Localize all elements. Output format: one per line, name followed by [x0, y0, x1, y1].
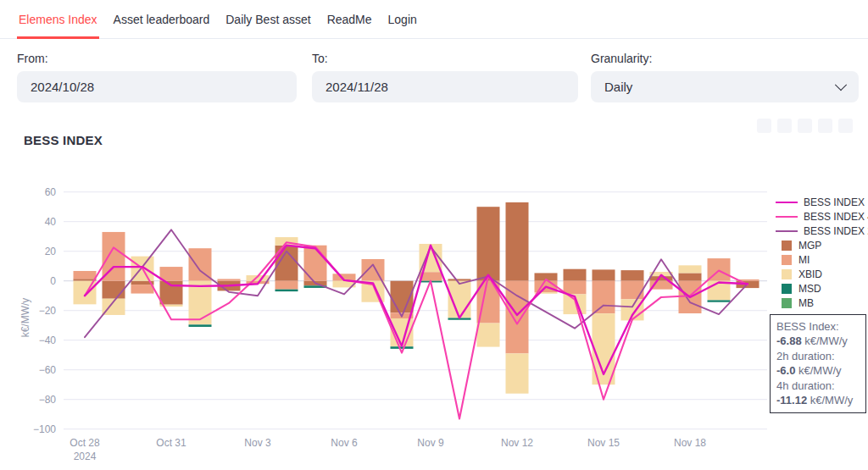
bar-segment-mi-oct-31[interactable] [160, 267, 183, 281]
bar-segment-xbid-nov-12[interactable] [506, 353, 529, 393]
legend-item-bess-index[interactable]: BESS INDEX [776, 195, 868, 209]
summary-label: BESS Index: [776, 319, 860, 334]
bar-segment-mgp-nov-16[interactable] [621, 270, 644, 281]
legend-square-swatch [782, 269, 792, 279]
legend-label: BESS INDEX 2h [804, 225, 868, 237]
x-tick-label: Oct 31 [156, 437, 186, 449]
legend-line-swatch [776, 216, 798, 218]
legend-item-msd[interactable]: MSD [776, 281, 868, 296]
x-tick-label: Oct 28 [70, 437, 100, 449]
summary-label: 2h duration: [776, 349, 860, 363]
bar-segment-mgp-nov-15[interactable] [593, 269, 615, 280]
bar-segment-mi-nov-16[interactable] [621, 281, 644, 300]
granularity-select[interactable]: Daily [591, 71, 859, 102]
tab-readme[interactable]: ReadMe [326, 13, 374, 39]
line-bess-index[interactable] [85, 246, 748, 374]
bar-segment-mgp-nov-10[interactable] [448, 279, 471, 280]
line-bess-index-4h[interactable] [85, 242, 748, 418]
y-tick-label: −100 [33, 423, 56, 435]
legend-item-xbid[interactable]: XBID [776, 267, 868, 281]
bar-segment-mgp-nov-11[interactable] [477, 207, 500, 281]
legend-line-swatch [776, 202, 798, 203]
bar-segment-mgp-oct-29[interactable] [103, 281, 125, 299]
modebar-button-5-icon[interactable] [838, 119, 853, 133]
x-tick-sublabel: 2024 [74, 451, 97, 462]
x-tick-label: Nov 12 [501, 437, 533, 449]
bess-summary-box: BESS Index: -6.88 k€/MW/y 2h duration: -… [770, 314, 866, 413]
modebar-button-1-icon[interactable] [757, 119, 771, 133]
modebar-button-2-icon[interactable] [777, 119, 792, 133]
bar-segment-msd-nov-4[interactable] [275, 290, 298, 291]
chart-legend: BESS INDEXBESS INDEX 4hBESS INDEX 2hMGPM… [776, 195, 868, 310]
legend-item-bess-index-4h[interactable]: BESS INDEX 4h [776, 209, 868, 224]
bar-segment-mgp-oct-28[interactable] [74, 279, 97, 280]
granularity-label: Granularity: [591, 52, 652, 65]
bar-segment-msd-nov-19[interactable] [708, 300, 731, 301]
legend-square-swatch [782, 241, 792, 251]
summary-value: -11.12 k€/MW/y [776, 393, 860, 407]
bar-segment-xbid-nov-1[interactable] [189, 281, 212, 325]
modebar-button-4-icon[interactable] [818, 119, 832, 133]
y-tick-label: 20 [45, 246, 57, 257]
bar-segment-mi-nov-15[interactable] [593, 281, 615, 314]
x-tick-label: Nov 18 [674, 437, 706, 449]
bar-segment-mi-nov-4[interactable] [275, 281, 298, 290]
x-tick-label: Nov 9 [417, 437, 444, 449]
modebar-button-3-icon[interactable] [798, 119, 812, 133]
legend-label: MI [798, 254, 810, 266]
legend-item-mgp[interactable]: MGP [776, 238, 868, 252]
summary-value: -6.88 k€/MW/y [776, 334, 860, 348]
chevron-down-icon [835, 79, 847, 91]
y-tick-label: 40 [45, 216, 57, 228]
legend-item-mi[interactable]: MI [776, 252, 868, 267]
line-bess-index-2h[interactable] [85, 229, 748, 337]
to-date-input[interactable] [312, 71, 578, 102]
bess-index-chart[interactable]: 6040200−20−40−60−80−100k€/MW/yOct 282024… [0, 178, 868, 470]
x-tick-label: Nov 15 [587, 437, 620, 449]
tab-daily-best-asset[interactable]: Daily Best asset [224, 13, 312, 39]
chart-section-title: BESS INDEX [24, 133, 103, 147]
granularity-value: Daily [604, 80, 632, 94]
legend-label: BESS INDEX 4h [804, 211, 868, 223]
legend-label: MSD [798, 283, 821, 295]
y-tick-label: −40 [39, 335, 57, 346]
from-date-input[interactable] [17, 71, 297, 102]
tab-login[interactable]: Login [387, 13, 419, 39]
bar-segment-mgp-nov-18[interactable] [679, 273, 702, 280]
summary-value: -6.0 k€/MW/y [776, 363, 860, 378]
bar-segment-mi-nov-14[interactable] [564, 281, 587, 295]
bar-segment-mi-nov-2[interactable] [218, 279, 241, 280]
bar-segment-mgp-nov-14[interactable] [564, 269, 587, 281]
bar-segment-xbid-oct-28[interactable] [74, 281, 97, 305]
nav-tabs: Elemens IndexAsset leaderboardDaily Best… [17, 0, 419, 39]
summary-label: 4h duration: [776, 379, 860, 393]
to-label: To: [312, 52, 328, 65]
legend-square-swatch [782, 284, 792, 294]
from-label: From: [17, 52, 48, 65]
bar-segment-mi-nov-5[interactable] [304, 246, 327, 281]
y-tick-label: −60 [39, 364, 57, 376]
y-tick-label: −80 [39, 394, 57, 406]
legend-square-swatch [782, 298, 792, 308]
tab-asset-leaderboard[interactable]: Asset leaderboard [112, 13, 212, 39]
y-tick-label: 60 [45, 186, 57, 198]
bar-segment-xbid-nov-11[interactable] [477, 323, 500, 347]
tab-elemens-index[interactable]: Elemens Index [17, 13, 99, 39]
y-axis-title: k€/MW/y [19, 298, 31, 338]
legend-label: MB [798, 297, 814, 309]
y-tick-label: −20 [39, 305, 57, 317]
y-tick-label: 0 [50, 275, 56, 287]
legend-square-swatch [782, 255, 792, 265]
bar-segment-mi-nov-12[interactable] [506, 281, 529, 354]
x-tick-label: Nov 6 [331, 437, 358, 449]
bar-segment-msd-nov-1[interactable] [189, 324, 212, 327]
bar-segment-mi-oct-30[interactable] [131, 285, 154, 294]
legend-item-bess-index-2h[interactable]: BESS INDEX 2h [776, 224, 868, 238]
legend-label: BESS INDEX [804, 196, 865, 208]
legend-label: MGP [798, 240, 821, 252]
bar-segment-mgp-nov-12[interactable] [506, 202, 529, 281]
bar-segment-xbid-nov-18[interactable] [679, 265, 702, 273]
x-tick-label: Nov 3 [244, 437, 271, 449]
legend-item-mb[interactable]: MB [776, 296, 868, 310]
bar-segment-mi-oct-28[interactable] [74, 271, 97, 279]
